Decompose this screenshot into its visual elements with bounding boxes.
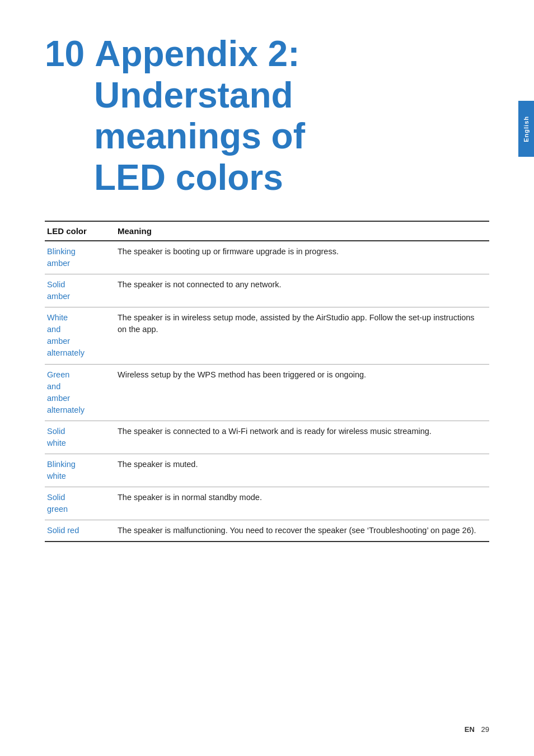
table-row: Blinking amberThe speaker is booting up … (45, 241, 489, 274)
led-meaning-cell: The speaker is connected to a Wi-Fi netw… (118, 421, 489, 454)
led-color-cell: Solid red (45, 520, 118, 542)
title-block: 10 Appendix 2: Understand meanings of LE… (45, 34, 489, 198)
led-meaning-cell: The speaker is muted. (118, 454, 489, 487)
led-meaning-cell: Wireless setup by the WPS method has bee… (118, 364, 489, 421)
led-color-cell: Green and amber alternately (45, 364, 118, 421)
side-tab: English (518, 101, 534, 157)
page-container: English 10 Appendix 2: Understand meanin… (0, 0, 534, 756)
table-row: Blinking whiteThe speaker is muted. (45, 454, 489, 487)
led-meaning-cell: The speaker is not connected to any netw… (118, 274, 489, 307)
chapter-title-line4: LED colors (45, 157, 467, 199)
table-row: White and amber alternatelyThe speaker i… (45, 307, 489, 364)
led-meaning-cell: The speaker is booting up or firmware up… (118, 241, 489, 274)
footer: EN 29 (465, 725, 489, 734)
table-row: Solid greenThe speaker is in normal stan… (45, 487, 489, 520)
table-row: Green and amber alternatelyWireless setu… (45, 364, 489, 421)
table-row: Solid redThe speaker is malfunctioning. … (45, 520, 489, 542)
led-meaning-cell: The speaker is in normal standby mode. (118, 487, 489, 520)
led-color-cell: Solid white (45, 421, 118, 454)
chapter-number: 10 (45, 36, 85, 72)
footer-page: 29 (481, 725, 489, 734)
chapter-title-line3: meanings of (45, 116, 467, 157)
table-header-row: LED color Meaning (45, 221, 489, 241)
footer-lang: EN (465, 725, 475, 734)
led-color-cell: Solid green (45, 487, 118, 520)
led-colors-table: LED color Meaning Blinking amberThe spea… (45, 221, 489, 542)
col-header-meaning: Meaning (118, 221, 489, 241)
led-meaning-cell: The speaker is malfunctioning. You need … (118, 520, 489, 542)
led-color-cell: Blinking amber (45, 241, 118, 274)
led-color-cell: White and amber alternately (45, 307, 118, 364)
chapter-title-line1: Appendix 2: (95, 34, 299, 75)
led-color-cell: Solid amber (45, 274, 118, 307)
col-header-led: LED color (45, 221, 118, 241)
side-tab-label: English (523, 116, 530, 142)
led-meaning-cell: The speaker is in wireless setup mode, a… (118, 307, 489, 364)
chapter-title-line2: Understand (45, 75, 467, 116)
led-color-cell: Blinking white (45, 454, 118, 487)
table-row: Solid whiteThe speaker is connected to a… (45, 421, 489, 454)
table-row: Solid amberThe speaker is not connected … (45, 274, 489, 307)
